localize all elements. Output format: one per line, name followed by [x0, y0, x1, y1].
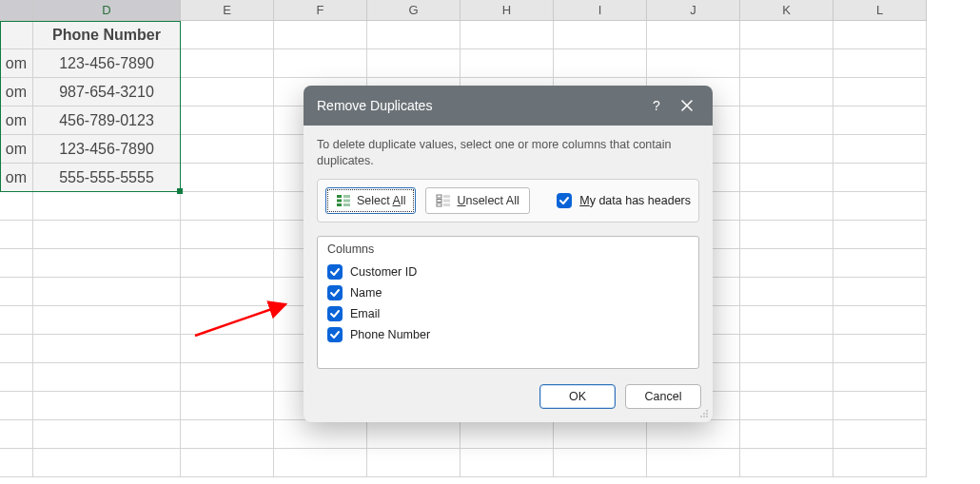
cell-partial[interactable]: om: [0, 164, 33, 192]
col-header-i[interactable]: I: [554, 0, 647, 21]
cell[interactable]: [833, 278, 927, 306]
cell[interactable]: [740, 78, 833, 106]
column-item[interactable]: Phone Number: [325, 324, 691, 345]
cell[interactable]: [740, 278, 833, 306]
cell[interactable]: [554, 49, 647, 78]
cell[interactable]: [833, 449, 927, 477]
cell-phone[interactable]: 123-456-7890: [33, 135, 181, 164]
cell-d-header[interactable]: Phone Number: [33, 21, 181, 49]
cell[interactable]: [33, 392, 181, 420]
cancel-button[interactable]: Cancel: [625, 384, 701, 409]
col-header-e[interactable]: E: [181, 0, 274, 21]
cell[interactable]: [33, 306, 181, 335]
cell[interactable]: [740, 363, 833, 392]
cell[interactable]: [274, 21, 367, 49]
cell[interactable]: [181, 164, 274, 192]
cell[interactable]: [0, 392, 33, 420]
cell[interactable]: [647, 449, 740, 477]
cell[interactable]: [181, 363, 274, 392]
cell[interactable]: [740, 164, 833, 192]
cell[interactable]: [740, 249, 833, 278]
cell[interactable]: [181, 78, 274, 106]
cell[interactable]: [647, 49, 740, 78]
col-header-d[interactable]: D: [33, 0, 181, 21]
col-header-h[interactable]: H: [461, 0, 554, 21]
cell[interactable]: [740, 21, 833, 49]
cell[interactable]: [181, 392, 274, 420]
cell[interactable]: [0, 249, 33, 278]
cell[interactable]: [833, 21, 927, 49]
cell[interactable]: [0, 363, 33, 392]
cell[interactable]: [833, 106, 927, 135]
cell[interactable]: [181, 106, 274, 135]
cell[interactable]: [0, 335, 33, 363]
cell[interactable]: [833, 249, 927, 278]
cell[interactable]: [833, 392, 927, 420]
cell[interactable]: [647, 21, 740, 49]
cell[interactable]: [0, 221, 33, 249]
cell[interactable]: [33, 221, 181, 249]
col-header-f[interactable]: F: [274, 0, 367, 21]
cell[interactable]: [461, 49, 554, 78]
cell[interactable]: [833, 306, 927, 335]
dialog-titlebar[interactable]: Remove Duplicates ?: [304, 86, 713, 126]
cell[interactable]: [33, 420, 181, 449]
cell-partial[interactable]: om: [0, 49, 33, 78]
cell[interactable]: [367, 21, 461, 49]
cell[interactable]: [367, 49, 461, 78]
cell-partial[interactable]: om: [0, 135, 33, 164]
cell[interactable]: [740, 221, 833, 249]
cell[interactable]: [33, 449, 181, 477]
cell[interactable]: [554, 420, 647, 449]
cell-phone[interactable]: 987-654-3210: [33, 78, 181, 106]
cell[interactable]: [181, 306, 274, 335]
cell[interactable]: [647, 420, 740, 449]
cell[interactable]: [740, 449, 833, 477]
unselect-all-button[interactable]: Unselect All: [425, 187, 529, 214]
cell[interactable]: [740, 420, 833, 449]
cell[interactable]: [33, 278, 181, 306]
cell[interactable]: [740, 306, 833, 335]
ok-button[interactable]: OK: [539, 384, 616, 409]
col-header-partial[interactable]: [0, 0, 33, 21]
select-all-button[interactable]: Select All: [325, 187, 416, 214]
cell[interactable]: [740, 192, 833, 221]
cell[interactable]: [181, 221, 274, 249]
cell[interactable]: [0, 420, 33, 449]
my-data-has-headers-checkbox[interactable]: My data has headers: [557, 193, 691, 208]
cell[interactable]: [274, 49, 367, 78]
cell[interactable]: [740, 106, 833, 135]
cell[interactable]: [181, 49, 274, 78]
cell[interactable]: [0, 306, 33, 335]
col-header-k[interactable]: K: [740, 0, 833, 21]
column-item[interactable]: Name: [325, 282, 691, 303]
cell[interactable]: [0, 192, 33, 221]
close-button[interactable]: [675, 93, 699, 118]
cell-partial-header[interactable]: [0, 21, 33, 49]
cell[interactable]: [461, 420, 554, 449]
cell[interactable]: [833, 221, 927, 249]
cell-partial[interactable]: om: [0, 106, 33, 135]
cell[interactable]: [554, 21, 647, 49]
cell[interactable]: [181, 135, 274, 164]
cell[interactable]: [833, 78, 927, 106]
cell[interactable]: [181, 21, 274, 49]
cell[interactable]: [554, 449, 647, 477]
cell[interactable]: [0, 449, 33, 477]
cell[interactable]: [33, 335, 181, 363]
cell[interactable]: [33, 192, 181, 221]
cell[interactable]: [461, 449, 554, 477]
cell[interactable]: [740, 335, 833, 363]
cell[interactable]: [0, 278, 33, 306]
col-header-g[interactable]: G: [367, 0, 461, 21]
cell[interactable]: [833, 420, 927, 449]
column-item[interactable]: Email: [325, 303, 691, 324]
cell[interactable]: [833, 192, 927, 221]
cell[interactable]: [740, 392, 833, 420]
cell-phone[interactable]: 123-456-7890: [33, 49, 181, 78]
cell[interactable]: [181, 449, 274, 477]
col-header-j[interactable]: J: [647, 0, 740, 21]
cell[interactable]: [181, 278, 274, 306]
cell[interactable]: [833, 363, 927, 392]
cell[interactable]: [833, 135, 927, 164]
